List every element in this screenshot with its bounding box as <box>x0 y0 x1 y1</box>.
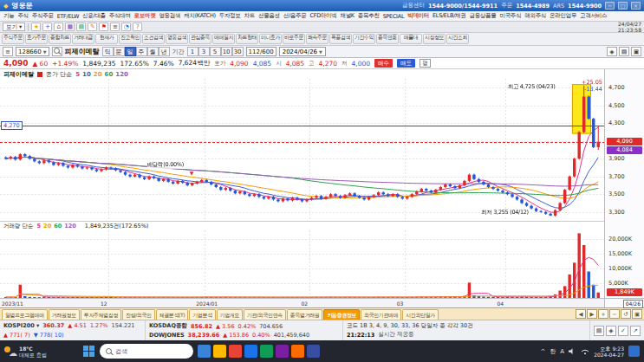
index3-name[interactable]: DOWJONES <box>149 332 185 339</box>
shortcut-button-1[interactable]: 호가주문 <box>25 34 48 44</box>
volume-chart[interactable] <box>0 230 604 298</box>
menu-item-5[interactable]: 주식대여 <box>107 12 133 20</box>
shortcut-button-2[interactable]: 종합차트 <box>49 34 71 44</box>
start-button[interactable] <box>81 345 95 359</box>
menu-item-7[interactable]: 영웅검색 <box>157 12 182 20</box>
menu-item-14[interactable]: 채널K <box>338 12 355 20</box>
tab-tool-0[interactable]: ◀ <box>576 309 586 319</box>
date-picker[interactable]: 2024/04/26▼ <box>279 47 326 56</box>
volume-chart-canvas[interactable] <box>0 230 604 298</box>
chart-menu-icon[interactable]: ≡ <box>3 47 13 56</box>
list-icon[interactable]: ▤ <box>76 23 86 31</box>
count-button-3[interactable]: 3 <box>198 47 210 56</box>
taskbar-app-hts[interactable] <box>307 345 320 358</box>
tray-chevron-icon[interactable]: ^ <box>540 348 545 355</box>
bottom-tab-10[interactable]: 외국인기관매매 <box>361 309 401 320</box>
chart-tool-0[interactable]: ◈ <box>607 47 617 56</box>
bottom-tab-3[interactable]: 잔량/외국인 <box>122 309 155 320</box>
avg-toggle[interactable]: 평 <box>420 59 431 68</box>
tab-tool-1[interactable]: ▶ <box>587 309 597 319</box>
period-button-월[interactable]: 월 <box>147 47 159 56</box>
menu-item-22[interactable]: 온라인업무 <box>548 12 578 20</box>
shortcut-button-17[interactable]: 매물대 <box>400 34 422 44</box>
shortcut-button-8[interactable]: 관심종목 <box>189 34 211 44</box>
menu-item-4[interactable]: 신용/대출 <box>81 12 107 20</box>
count-button-1[interactable]: 1 <box>187 47 198 56</box>
taskbar-search-input[interactable]: 검색 <box>100 344 193 359</box>
menu-item-13[interactable]: CFD하이넥 <box>308 12 338 20</box>
menu-item-6[interactable]: 로보마켓 <box>133 12 158 20</box>
add-icon[interactable]: + <box>42 23 52 31</box>
maximize-button[interactable]: □ <box>618 2 628 10</box>
shortcut-button-16[interactable]: 종목연동 <box>376 34 399 44</box>
view-dropdown[interactable]: 보기 ▾ <box>3 23 25 31</box>
period-button-주[interactable]: 주 <box>136 47 147 56</box>
bar-count-input[interactable]: 112/600 <box>246 47 276 56</box>
shortcut-button-19[interactable]: 시간조회 <box>446 34 469 44</box>
home-icon[interactable]: ⌂ <box>54 23 63 31</box>
clock-icon[interactable]: ◔ <box>121 23 131 31</box>
menu-item-15[interactable]: 종목추천 <box>356 12 381 20</box>
bottom-tab-6[interactable]: 기업개요 <box>217 309 243 320</box>
menu-icon[interactable]: ≡ <box>110 23 120 31</box>
shortcut-button-9[interactable]: 매매일지 <box>212 34 235 44</box>
taskbar-app-chrome[interactable] <box>229 345 242 358</box>
speaker-icon[interactable] <box>569 347 576 355</box>
period-button-분[interactable]: 분 <box>114 47 125 56</box>
grid-icon[interactable]: ▦ <box>65 23 75 31</box>
shortcut-button-15[interactable]: 기간수익 <box>353 34 375 44</box>
menu-item-17[interactable]: 빅데이터 <box>406 12 431 20</box>
shortcut-button-7[interactable]: 영웅검색 <box>166 34 188 44</box>
taskbar-clock[interactable]: 오후 9:23 2024-04-27 <box>594 346 624 358</box>
count-button-5[interactable]: 5 <box>210 47 221 56</box>
index2-name[interactable]: KOSDAQ종합 <box>149 322 187 330</box>
shortcut-button-4[interactable]: 현재가 <box>95 34 118 44</box>
period-button-년[interactable]: 년 <box>159 47 170 56</box>
shortcut-button-0[interactable]: 주식주문 <box>2 34 24 44</box>
network-icon[interactable] <box>581 348 589 355</box>
bottom-tab-1[interactable]: 거래원정보 <box>49 309 80 320</box>
price-chart[interactable]: +25.05 -13.44 최고 4,725 (04/23) 최저 3,255 … <box>0 79 604 221</box>
period-button-틱[interactable]: 틱 <box>102 47 114 56</box>
stock-code-input[interactable]: 128660▼ <box>16 47 49 56</box>
tab-tool-4[interactable]: ↺ <box>621 309 631 319</box>
bottom-tab-11[interactable]: 시간외단일가 <box>402 309 439 320</box>
footer-icon-2[interactable]: ✓ <box>618 326 628 336</box>
close-button[interactable]: × <box>631 2 641 10</box>
taskbar-app-files[interactable] <box>213 345 226 358</box>
bottom-tab-0[interactable]: 일별프로그램매매 <box>2 309 48 320</box>
bottom-tab-7[interactable]: 기관/외국인연속 <box>244 309 286 320</box>
shortcut-button-13[interactable]: 쾌속주문 <box>306 34 329 44</box>
shortcut-button-6[interactable]: 조건검색 <box>142 34 165 44</box>
menu-item-0[interactable]: 기능 <box>2 12 16 20</box>
taskbar-app-sheets[interactable] <box>260 345 273 358</box>
menu-item-18[interactable]: ELS/ELB/채권 <box>431 12 467 20</box>
menu-item-21[interactable]: 해외주식 <box>523 12 548 20</box>
favorite-icon[interactable]: ★ <box>31 23 41 31</box>
bottom-tab-8[interactable]: 종목별거래원 <box>287 309 323 320</box>
menu-item-9[interactable]: 투자정보 <box>218 12 243 20</box>
tab-tool-2[interactable]: + <box>598 309 608 319</box>
menu-item-8[interactable]: 캐치(KATCH) <box>182 12 217 20</box>
menu-item-23[interactable]: 고객서비스 <box>578 12 608 20</box>
bottom-tab-9[interactable]: 키움증권정보 <box>323 309 360 320</box>
footer-icon-3[interactable]: ↗ <box>630 326 641 336</box>
shortcut-button-5[interactable]: 잔고확인 <box>119 34 141 44</box>
shortcut-button-10[interactable]: 차트형태 <box>236 34 258 44</box>
menu-item-16[interactable]: SPECIAL <box>381 13 407 20</box>
buy-button[interactable]: 매수 <box>374 59 393 68</box>
footer-icon-1[interactable]: ◈ <box>606 326 616 336</box>
menu-item-2[interactable]: 주식주문 <box>30 12 55 20</box>
chart-tool-2[interactable]: ▣ <box>631 47 641 56</box>
menu-item-10[interactable]: 차트 <box>243 12 257 20</box>
minimize-button[interactable]: ─ <box>605 2 615 10</box>
weather-widget[interactable]: ☁ 18°C 대체로 흐림 <box>4 346 77 358</box>
bottom-tab-4[interactable]: 체결분석(T) <box>156 309 189 320</box>
index1-dropdown[interactable]: KOSPI200 ▾ <box>3 322 39 329</box>
ime-lang-icon[interactable]: A <box>560 348 564 355</box>
price-chart-canvas[interactable] <box>0 79 604 221</box>
menu-item-19[interactable]: 금융상품몰 <box>467 12 498 20</box>
taskbar-app-browser[interactable] <box>198 345 211 358</box>
menu-item-1[interactable]: 주식 <box>16 12 29 20</box>
taskbar-app-app1[interactable] <box>276 345 289 358</box>
